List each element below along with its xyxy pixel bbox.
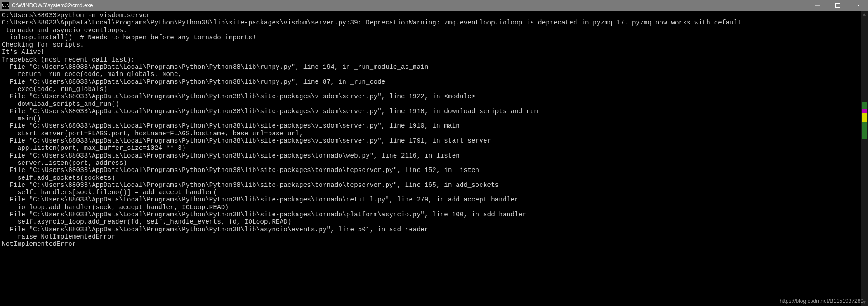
terminal-line: Traceback (most recent call last): (2, 56, 866, 63)
terminal-line: File "C:\Users\88033\AppData\Local\Progr… (2, 226, 866, 233)
terminal-line: main() (2, 115, 866, 122)
terminal-line: Checking for scripts. (2, 41, 866, 48)
terminal-line: File "C:\Users\88033\AppData\Local\Progr… (2, 78, 866, 86)
terminal-line: ioloop.install() # Needs to happen befor… (2, 34, 866, 41)
terminal-line: self._handlers[sock.fileno()] = add_acce… (2, 189, 866, 196)
cmd-icon: C:\ (2, 2, 9, 9)
terminal-line: tornado and asyncio eventloops. (2, 27, 866, 34)
terminal-line: File "C:\Users\88033\AppData\Local\Progr… (2, 63, 866, 71)
terminal-line: exec(code, run_globals) (2, 86, 866, 93)
vertical-scrollbar[interactable]: ▲ ▼ (861, 11, 868, 306)
watermark: https://blog.csdn.net/B1151937289 (780, 298, 863, 304)
terminal-line: It's Alive! (2, 48, 866, 56)
terminal-line: return _run_code(code, main_globals, Non… (2, 71, 866, 78)
terminal-line: server.listen(port, address) (2, 159, 866, 167)
terminal-output[interactable]: C:\Users\88033>python -m visdom.serverC:… (0, 11, 868, 249)
svg-rect-1 (835, 4, 840, 8)
terminal-line: NotImplementedError (2, 240, 866, 248)
terminal-line: app.listen(port, max_buffer_size=1024 **… (2, 144, 866, 152)
terminal-line: download_scripts_and_run() (2, 100, 866, 108)
terminal-line: File "C:\Users\88033\AppData\Local\Progr… (2, 93, 866, 100)
title-bar[interactable]: C:\ C:\WINDOWS\system32\cmd.exe (0, 0, 868, 11)
terminal-line: File "C:\Users\88033\AppData\Local\Progr… (2, 211, 866, 218)
maximize-button[interactable] (827, 0, 848, 11)
terminal-line: self.add_sockets(sockets) (2, 174, 866, 182)
terminal-line: C:\Users\88033>python -m visdom.server (2, 12, 866, 19)
terminal-line: raise NotImplementedError (2, 233, 866, 240)
scroll-track[interactable] (861, 18, 868, 299)
terminal-line: File "C:\Users\88033\AppData\Local\Progr… (2, 167, 866, 174)
terminal-line: C:\Users\88033\AppData\Local\Programs\Py… (2, 19, 866, 26)
terminal-line: File "C:\Users\88033\AppData\Local\Progr… (2, 196, 866, 203)
scroll-up-arrow[interactable]: ▲ (861, 11, 868, 18)
terminal-line: self.asyncio_loop.add_reader(fd, self._h… (2, 218, 866, 225)
scroll-thumb[interactable] (862, 102, 867, 139)
terminal-line: io_loop.add_handler(sock, accept_handler… (2, 204, 866, 211)
terminal-line: File "C:\Users\88033\AppData\Local\Progr… (2, 152, 866, 159)
terminal-line: File "C:\Users\88033\AppData\Local\Progr… (2, 122, 866, 129)
terminal-line: File "C:\Users\88033\AppData\Local\Progr… (2, 182, 866, 189)
terminal-line: File "C:\Users\88033\AppData\Local\Progr… (2, 137, 866, 144)
window-title: C:\WINDOWS\system32\cmd.exe (12, 2, 93, 9)
terminal-line: File "C:\Users\88033\AppData\Local\Progr… (2, 108, 866, 115)
minimize-button[interactable] (807, 0, 827, 11)
close-button[interactable] (848, 0, 868, 11)
terminal-line: start_server(port=FLAGS.port, hostname=F… (2, 130, 866, 137)
